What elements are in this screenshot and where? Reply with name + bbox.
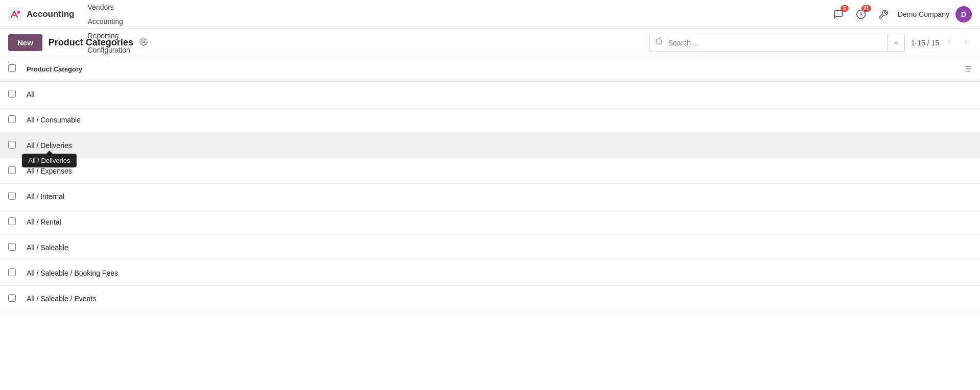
chevron-down-icon (893, 40, 899, 46)
column-settings-icon[interactable] (951, 64, 972, 74)
logo-icon (8, 7, 22, 21)
row-name-booking-fees: All / Saleable / Booking Fees (27, 269, 972, 277)
row-checkbox-events[interactable] (8, 294, 27, 303)
table-row[interactable]: All / Saleable / Booking Fees (0, 260, 980, 286)
row-checkbox-rental[interactable] (8, 217, 27, 227)
table-row[interactable]: All / Saleable / Events (0, 286, 980, 311)
table-row[interactable]: All / Rental (0, 209, 980, 235)
pagination: 1-15 / 15 (911, 36, 972, 50)
navbar: Accounting DashboardCustomersVendorsAcco… (0, 0, 980, 29)
checkbox-events[interactable] (8, 294, 16, 302)
table-row[interactable]: All / Saleable (0, 235, 980, 260)
checkbox-booking-fees[interactable] (8, 269, 16, 276)
next-page-button[interactable] (960, 36, 972, 50)
avatar[interactable]: D (955, 6, 972, 22)
checkbox-rental[interactable] (8, 217, 16, 225)
search-input[interactable] (668, 39, 888, 47)
row-checkbox-saleable[interactable] (8, 243, 27, 252)
navbar-right: 5 21 Demo Company D (830, 6, 972, 22)
checkbox-all[interactable] (8, 90, 16, 98)
row-name-events: All / Saleable / Events (27, 295, 972, 303)
pagination-text: 1-15 / 15 (911, 39, 939, 47)
select-all-checkbox[interactable] (8, 64, 16, 72)
chevron-right-icon (962, 38, 970, 46)
row-name-deliveries: All / DeliveriesAll / Deliveries (27, 141, 972, 150)
row-text-deliveries: All / Deliveries (27, 141, 72, 150)
table-row[interactable]: All (0, 82, 980, 107)
header-product-category: Product Category (27, 65, 951, 73)
nav-menu: DashboardCustomersVendorsAccountingRepor… (81, 0, 137, 57)
row-checkbox-deliveries[interactable] (8, 141, 27, 150)
nav-item-accounting[interactable]: Accounting (81, 14, 137, 29)
table-header: Product Category (0, 57, 980, 82)
page-settings-icon[interactable] (139, 38, 148, 48)
app-logo[interactable]: Accounting (8, 7, 75, 21)
row-checkbox-expenses[interactable] (8, 166, 27, 176)
checkbox-expenses[interactable] (8, 166, 16, 174)
checkbox-deliveries[interactable] (8, 141, 16, 149)
row-name-internal: All / Internal (27, 192, 972, 201)
prev-page-button[interactable] (943, 36, 955, 50)
table-row[interactable]: All / Internal (0, 184, 980, 209)
messages-button[interactable]: 5 (830, 6, 847, 22)
svg-line-5 (661, 43, 662, 45)
row-checkbox-internal[interactable] (8, 192, 27, 201)
chevron-left-icon (945, 38, 953, 46)
nav-item-vendors[interactable]: Vendors (81, 0, 137, 14)
search-icon (650, 38, 668, 48)
table-row[interactable]: All / Expenses (0, 158, 980, 184)
toolbar: New Product Categories 1-15 / 15 (0, 29, 980, 57)
activity-button[interactable]: 21 (853, 6, 869, 22)
page-title: Product Categories (49, 37, 133, 48)
search-bar (649, 34, 905, 52)
row-name-all: All (27, 90, 972, 99)
row-name-saleable: All / Saleable (27, 243, 972, 252)
settings-nav-button[interactable] (875, 6, 892, 22)
checkbox-consumable[interactable] (8, 115, 16, 123)
checkbox-internal[interactable] (8, 192, 16, 200)
table-rows: AllAll / ConsumableAll / DeliveriesAll /… (0, 82, 980, 311)
product-categories-table: Product Category AllAll / ConsumableAll … (0, 57, 980, 311)
table-row[interactable]: All / DeliveriesAll / Deliveries (0, 133, 980, 158)
brand-label: Accounting (27, 9, 75, 19)
row-name-expenses: All / Expenses (27, 167, 972, 175)
row-checkbox-consumable[interactable] (8, 115, 27, 125)
search-dropdown-button[interactable] (888, 34, 904, 52)
row-name-rental: All / Rental (27, 218, 972, 226)
tooltip-wrapper-deliveries: All / DeliveriesAll / Deliveries (27, 141, 72, 150)
activity-badge: 21 (861, 5, 871, 12)
svg-point-4 (656, 39, 662, 44)
new-button[interactable]: New (8, 34, 42, 51)
row-name-consumable: All / Consumable (27, 116, 972, 124)
checkbox-saleable[interactable] (8, 243, 16, 251)
wrench-icon (878, 9, 889, 19)
svg-point-1 (17, 11, 20, 14)
messages-badge: 5 (841, 5, 849, 12)
svg-point-3 (143, 41, 145, 43)
header-checkbox-col[interactable] (8, 64, 27, 74)
table-row[interactable]: All / Consumable (0, 107, 980, 133)
row-checkbox-booking-fees[interactable] (8, 269, 27, 278)
row-checkbox-all[interactable] (8, 90, 27, 99)
company-name-label[interactable]: Demo Company (898, 10, 949, 18)
